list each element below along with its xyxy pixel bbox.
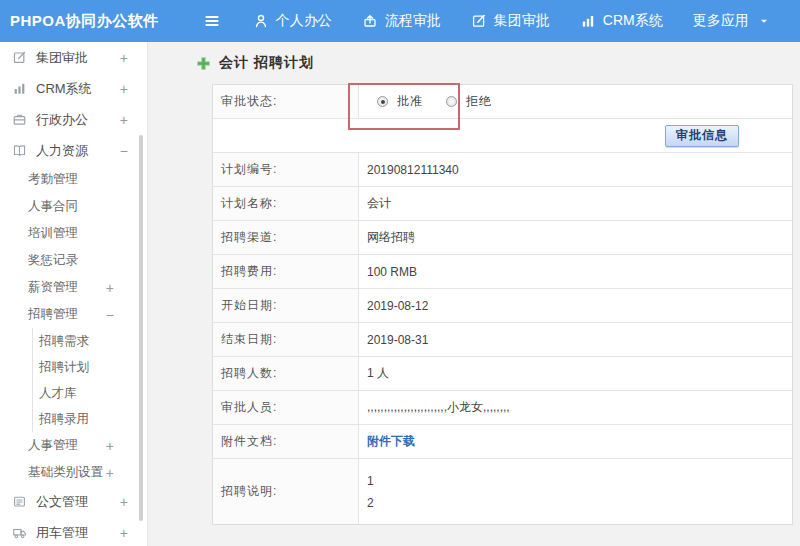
page-title-row: 会计 招聘计划 <box>196 54 314 72</box>
form-row: 招聘费用:100 RMB <box>213 255 792 289</box>
radio-selected[interactable] <box>377 96 388 107</box>
briefcase-icon <box>12 112 27 127</box>
radio-label: 拒绝 <box>466 93 492 110</box>
description-line: 2 <box>367 496 374 510</box>
attachment-download-link[interactable]: 附件下载 <box>367 433 415 450</box>
sidebar-item[interactable]: 人才库 <box>0 380 147 406</box>
sidebar-item[interactable]: 公文管理+ <box>0 486 147 517</box>
sidebar-item[interactable]: 基础类别设置+ <box>0 459 147 486</box>
topmenu-item-label: 流程审批 <box>385 12 441 30</box>
expand-icon[interactable]: + <box>106 280 114 296</box>
topbar: PHPOA协同办公软件 个人办公流程审批集团审批CRM系统更多应用 <box>0 0 800 42</box>
sidebar-item[interactable]: 奖惩记录 <box>0 247 147 274</box>
sidebar-item-label: 人才库 <box>39 385 77 402</box>
field-label: 附件文档: <box>213 425 359 458</box>
sidebar-item[interactable]: 招聘管理− <box>0 301 147 328</box>
app-logo: PHPOA协同办公软件 <box>10 12 159 31</box>
topbar-menu: 个人办公流程审批集团审批CRM系统更多应用 <box>253 12 800 30</box>
expand-icon[interactable]: + <box>106 438 114 454</box>
sidebar: 集团审批+CRM系统+行政办公+人力资源−考勤管理人事合同培训管理奖惩记录薪资管… <box>0 42 148 546</box>
form-row: 附件文档:附件下载 <box>213 425 792 459</box>
approval-status-row: 审批状态: 批准拒绝 <box>213 85 792 119</box>
sidebar-item-label: 人事合同 <box>28 198 78 215</box>
approval-info-button[interactable]: 审批信息 <box>665 125 739 147</box>
sidebar-item[interactable]: 人事管理+ <box>0 432 147 459</box>
radio-label: 批准 <box>397 93 423 110</box>
sidebar-item[interactable]: 考勤管理 <box>0 166 147 193</box>
collapse-icon[interactable]: − <box>120 143 128 159</box>
sidebar-item[interactable]: 人力资源− <box>0 135 147 166</box>
topmenu-item-label: 集团审批 <box>494 12 550 30</box>
topmenu-item-label: 个人办公 <box>276 12 332 30</box>
field-label: 计划名称: <box>213 187 359 220</box>
radio-unselected[interactable] <box>446 96 457 107</box>
field-value: 12 <box>359 459 792 524</box>
form-row: 招聘人数:1 人 <box>213 357 792 391</box>
sidebar-item-label: 奖惩记录 <box>28 252 78 269</box>
sidebar-item[interactable]: CRM系统+ <box>0 73 147 104</box>
collapse-icon[interactable]: − <box>106 307 114 323</box>
form-row: 审批人员:,,,,,,,,,,,,,,,,,,,,,,,,小龙女,,,,,,,, <box>213 391 792 425</box>
topmenu-item[interactable]: 流程审批 <box>362 12 441 30</box>
approval-radio-group: 批准拒绝 <box>367 93 506 110</box>
truck-icon <box>12 525 27 540</box>
field-value: 2019-08-12 <box>359 289 792 322</box>
hamburger-icon[interactable] <box>201 10 223 32</box>
sidebar-item[interactable]: 薪资管理+ <box>0 274 147 301</box>
bar-chart-icon <box>580 13 596 29</box>
field-value: 1 人 <box>359 357 792 390</box>
expand-icon[interactable]: + <box>120 494 128 510</box>
sidebar-item[interactable]: 行政办公+ <box>0 104 147 135</box>
form-rows: 计划编号:20190812111340计划名称:会计招聘渠道:网络招聘招聘费用:… <box>213 153 792 524</box>
field-value: 2019-08-31 <box>359 323 792 356</box>
detail-form: 审批状态: 批准拒绝 审批信息 计划编号:20190812111340计划名称:… <box>212 84 793 525</box>
sidebar-item[interactable]: 招聘需求 <box>0 328 147 354</box>
expand-icon[interactable]: + <box>120 50 128 66</box>
sidebar-item[interactable]: 人事合同 <box>0 193 147 220</box>
field-label: 招聘人数: <box>213 357 359 390</box>
topmenu-item[interactable]: 个人办公 <box>253 12 332 30</box>
sidebar-item-label: 培训管理 <box>28 225 78 242</box>
sidebar-item[interactable]: 培训管理 <box>0 220 147 247</box>
sidebar-item-label: 基础类别设置 <box>28 464 103 481</box>
field-label: 审批人员: <box>213 391 359 424</box>
expand-icon[interactable]: + <box>120 525 128 541</box>
topmenu-item[interactable]: 集团审批 <box>471 12 550 30</box>
field-label: 开始日期: <box>213 289 359 322</box>
field-label: 结束日期: <box>213 323 359 356</box>
approval-button-row: 审批信息 <box>213 119 792 153</box>
plus-icon <box>196 56 211 71</box>
sidebar-item-label: 集团审批 <box>36 49 88 67</box>
sidebar-item-label: 招聘录用 <box>39 411 89 428</box>
sidebar-item[interactable]: 招聘录用 <box>0 406 147 432</box>
sidebar-item-label: 考勤管理 <box>28 171 78 188</box>
process-icon <box>362 13 378 29</box>
sidebar-item[interactable]: 招聘计划 <box>0 354 147 380</box>
sidebar-item-label: 薪资管理 <box>28 279 78 296</box>
expand-icon[interactable]: + <box>106 465 114 481</box>
form-row: 招聘说明:12 <box>213 459 792 524</box>
field-value: 20190812111340 <box>359 153 792 186</box>
sidebar-item-label: 招聘需求 <box>39 333 89 350</box>
field-value: 会计 <box>359 187 792 220</box>
form-row: 招聘渠道:网络招聘 <box>213 221 792 255</box>
person-icon <box>253 13 269 29</box>
sidebar-item-label: 用车管理 <box>36 524 88 542</box>
main-panel: 会计 招聘计划 审批状态: 批准拒绝 审批信息 计划编号:20190812111… <box>148 42 800 546</box>
sidebar-scrollbar[interactable] <box>139 135 143 521</box>
expand-icon[interactable]: + <box>120 112 128 128</box>
form-row: 计划编号:20190812111340 <box>213 153 792 187</box>
expand-icon[interactable]: + <box>120 81 128 97</box>
field-label: 招聘渠道: <box>213 221 359 254</box>
topmenu-item[interactable]: 更多应用 <box>693 12 770 30</box>
topmenu-item-label: 更多应用 <box>693 12 749 30</box>
edit-square-icon <box>471 13 487 29</box>
topmenu-item-label: CRM系统 <box>603 12 663 30</box>
sidebar-item-label: 招聘管理 <box>28 306 78 323</box>
field-label: 审批状态: <box>213 85 359 118</box>
sidebar-item[interactable]: 集团审批+ <box>0 42 147 73</box>
sidebar-item[interactable]: 用车管理+ <box>0 517 147 546</box>
form-row: 开始日期:2019-08-12 <box>213 289 792 323</box>
topmenu-item[interactable]: CRM系统 <box>580 12 663 30</box>
page-title: 会计 招聘计划 <box>219 54 314 72</box>
